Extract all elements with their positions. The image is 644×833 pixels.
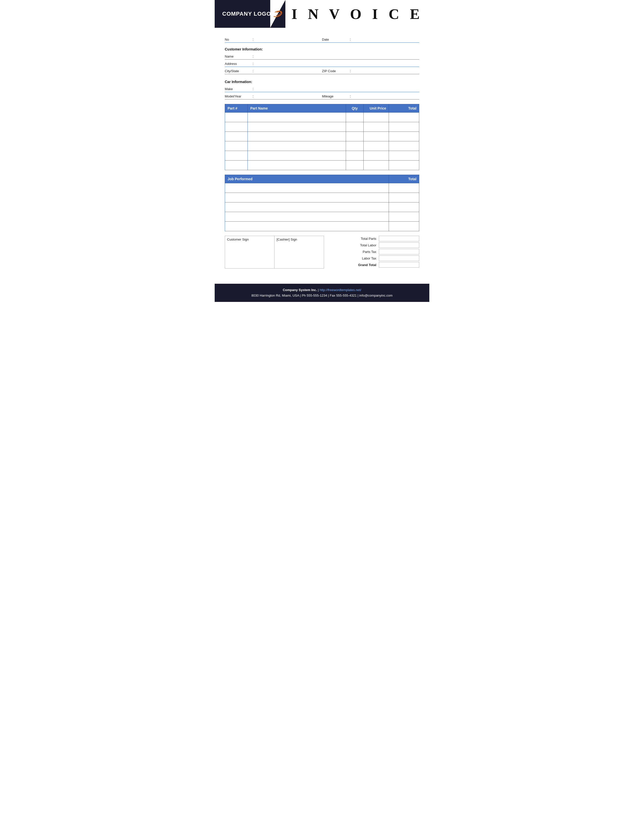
part-qty-cell xyxy=(346,142,364,151)
parts-table-row xyxy=(225,142,419,151)
citystate-field: City/State : xyxy=(225,68,322,73)
job-table: Job Performed Total xyxy=(225,175,419,231)
date-field: Date : xyxy=(322,37,419,42)
grand-total-row: Grand Total xyxy=(329,262,419,268)
name-label: Name xyxy=(225,55,253,58)
part-num-cell xyxy=(225,113,248,122)
address-value xyxy=(256,61,419,66)
part-num-cell xyxy=(225,151,248,161)
page-header: COMPANY LOGO I N V O I C E xyxy=(215,0,429,28)
name-value xyxy=(256,54,419,58)
make-value xyxy=(256,86,419,91)
part-qty-cell xyxy=(346,132,364,142)
job-table-row xyxy=(225,203,419,212)
part-unitprice-cell xyxy=(364,142,389,151)
job-table-row xyxy=(225,212,419,222)
zipcode-field: ZIP Code : xyxy=(322,68,419,73)
part-name-cell xyxy=(248,113,346,122)
part-total-cell xyxy=(389,113,419,122)
logo-area: COMPANY LOGO xyxy=(215,0,285,28)
date-label: Date xyxy=(322,38,350,42)
labor-tax-label: Labor Tax xyxy=(329,256,379,260)
logo-text: COMPANY LOGO xyxy=(222,11,271,17)
logo-icon xyxy=(272,10,282,18)
mileage-colon: : xyxy=(350,94,351,98)
citystate-label: City/State xyxy=(225,69,253,73)
labor-tax-row: Labor Tax xyxy=(329,256,419,261)
no-date-row: No : Date : xyxy=(225,35,419,43)
name-row: Name : xyxy=(225,52,419,60)
citystate-colon: : xyxy=(253,69,254,73)
total-parts-row: Total Parts xyxy=(329,236,419,241)
car-section-title: Car Information: xyxy=(225,80,419,84)
logo-wrapper: COMPANY LOGO xyxy=(222,10,282,18)
make-colon: : xyxy=(253,87,254,91)
labor-tax-value xyxy=(379,256,419,261)
make-row: Make : xyxy=(225,85,419,92)
parts-table-row xyxy=(225,151,419,161)
main-content: No : Date : Customer Information: Name :… xyxy=(215,35,429,273)
parts-table-header-row: Part # Part Name Qty Unit Price Total xyxy=(225,104,419,113)
zipcode-colon: : xyxy=(350,69,351,73)
invoice-title: I N V O I C E xyxy=(291,6,423,23)
part-total-cell xyxy=(389,122,419,132)
customer-sign-box: Customer Sign xyxy=(225,236,274,269)
parts-tax-label: Parts Tax xyxy=(329,250,379,254)
modelyear-value xyxy=(256,94,322,98)
no-label: No xyxy=(225,38,253,42)
job-table-header-row: Job Performed Total xyxy=(225,175,419,183)
mileage-label: Mileage xyxy=(322,95,350,98)
parts-tax-row: Parts Tax xyxy=(329,249,419,254)
customer-sign-label: Customer Sign xyxy=(227,238,249,241)
part-qty-cell xyxy=(346,161,364,170)
parts-tax-value xyxy=(379,249,419,254)
job-cell xyxy=(225,203,389,212)
parts-col-total: Total xyxy=(389,104,419,113)
customer-section-title: Customer Information: xyxy=(225,47,419,51)
zipcode-value xyxy=(353,68,419,73)
modelyear-label: Model/Year xyxy=(225,95,253,98)
part-unitprice-cell xyxy=(364,161,389,170)
grand-total-value xyxy=(379,262,419,268)
job-total-cell xyxy=(389,183,419,193)
bottom-section: Customer Sign [Cashier] Sign Total Parts… xyxy=(225,236,419,269)
job-col-job: Job Performed xyxy=(225,175,389,183)
part-total-cell xyxy=(389,161,419,170)
make-label: Make xyxy=(225,87,253,91)
parts-table-row xyxy=(225,132,419,142)
totals-section: Total Parts Total Labor Parts Tax Labor … xyxy=(329,236,419,269)
part-total-cell xyxy=(389,151,419,161)
job-cell xyxy=(225,212,389,222)
job-cell xyxy=(225,222,389,231)
cashier-sign-box: [Cashier] Sign xyxy=(274,236,324,269)
modelyear-mileage-row: Model/Year : Mileage : xyxy=(225,92,419,100)
part-unitprice-cell xyxy=(364,122,389,132)
footer-website[interactable]: http://freewordtemplates.net/ xyxy=(319,288,361,292)
job-table-row xyxy=(225,222,419,231)
no-value xyxy=(256,37,322,42)
cashier-sign-label: [Cashier] Sign xyxy=(277,238,297,241)
modelyear-field: Model/Year : xyxy=(225,94,322,98)
part-name-cell xyxy=(248,161,346,170)
part-unitprice-cell xyxy=(364,151,389,161)
part-num-cell xyxy=(225,132,248,142)
parts-table-row xyxy=(225,113,419,122)
job-total-cell xyxy=(389,203,419,212)
invoice-title-area: I N V O I C E xyxy=(285,0,429,28)
job-cell xyxy=(225,193,389,203)
footer-company: Company System Inc. xyxy=(283,288,317,292)
parts-table: Part # Part Name Qty Unit Price Total xyxy=(225,104,419,170)
job-total-cell xyxy=(389,212,419,222)
part-unitprice-cell xyxy=(364,132,389,142)
job-col-total: Total xyxy=(389,175,419,183)
date-value xyxy=(353,37,419,42)
part-num-cell xyxy=(225,161,248,170)
part-name-cell xyxy=(248,122,346,132)
citystate-value xyxy=(256,68,322,73)
part-name-cell xyxy=(248,142,346,151)
job-total-cell xyxy=(389,193,419,203)
total-parts-label: Total Parts xyxy=(329,237,379,241)
job-cell xyxy=(225,183,389,193)
sign-boxes: Customer Sign [Cashier] Sign xyxy=(225,236,324,269)
page-footer: Company System Inc. | http://freewordtem… xyxy=(215,284,429,302)
